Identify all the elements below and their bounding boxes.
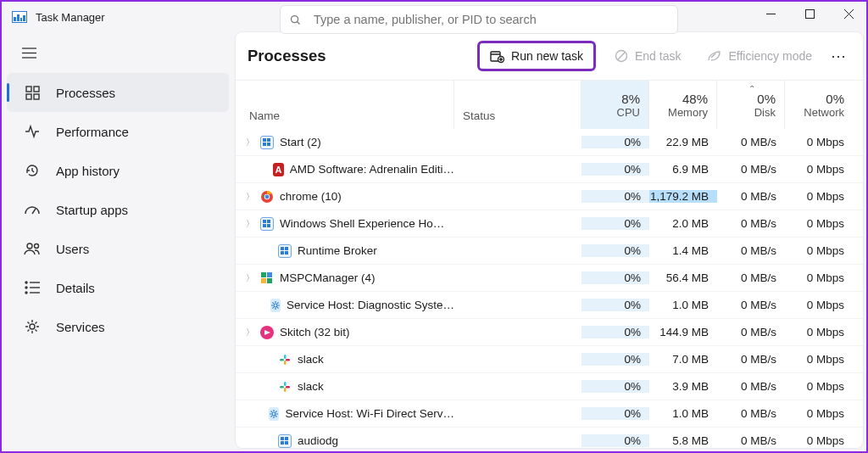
efficiency-mode-button[interactable]: Efficiency mode bbox=[696, 41, 822, 71]
run-task-icon bbox=[490, 49, 504, 64]
process-disk: 0 MB/s bbox=[717, 217, 785, 230]
maximize-button[interactable] bbox=[790, 0, 829, 27]
process-name: slack bbox=[298, 353, 324, 366]
svg-point-18 bbox=[25, 287, 27, 288]
process-row[interactable]: audiodg0%5.8 MB0 MB/s0 Mbps bbox=[236, 428, 863, 448]
sidebar-item-app-history[interactable]: App history bbox=[7, 151, 229, 190]
svg-rect-40 bbox=[267, 224, 270, 227]
svg-rect-45 bbox=[261, 272, 266, 277]
hamburger-menu-button[interactable] bbox=[12, 37, 46, 68]
svg-rect-33 bbox=[267, 143, 270, 146]
svg-line-29 bbox=[617, 53, 625, 60]
close-button[interactable] bbox=[829, 0, 868, 27]
search-input[interactable] bbox=[312, 12, 669, 27]
svg-rect-38 bbox=[267, 220, 270, 223]
svg-rect-30 bbox=[263, 138, 266, 142]
sidebar-item-label: Startup apps bbox=[56, 203, 128, 217]
page-title: Processes bbox=[248, 47, 477, 65]
process-row[interactable]: 〉Skitch (32 bit)0%144.9 MB0 MB/s0 Mbps bbox=[236, 319, 863, 346]
svg-rect-10 bbox=[34, 87, 39, 92]
process-disk: 0 MB/s bbox=[717, 271, 785, 284]
sidebar-item-performance[interactable]: Performance bbox=[7, 112, 229, 151]
svg-point-59 bbox=[272, 412, 275, 416]
sidebar-item-processes[interactable]: Processes bbox=[7, 73, 229, 112]
chevron-right-icon[interactable]: 〉 bbox=[246, 137, 254, 148]
search-box[interactable] bbox=[280, 5, 678, 34]
col-header-disk[interactable]: ⌃0%Disk bbox=[717, 81, 785, 129]
chevron-right-icon[interactable]: 〉 bbox=[246, 218, 254, 230]
leaf-icon bbox=[706, 49, 721, 63]
end-task-button[interactable]: End task bbox=[604, 41, 691, 71]
process-memory: 2.0 MB bbox=[649, 217, 717, 230]
process-disk: 0 MB/s bbox=[717, 190, 785, 203]
process-network: 0 Mbps bbox=[785, 190, 853, 203]
grid-icon bbox=[24, 86, 41, 100]
svg-rect-41 bbox=[281, 247, 284, 250]
svg-rect-57 bbox=[284, 388, 287, 392]
process-row[interactable]: Service Host: Diagnostic Syste…0%1.0 MB0… bbox=[236, 292, 863, 319]
sidebar-item-startup-apps[interactable]: Startup apps bbox=[7, 190, 229, 229]
svg-marker-50 bbox=[264, 330, 270, 335]
svg-rect-60 bbox=[281, 437, 284, 440]
process-disk: 0 MB/s bbox=[717, 136, 785, 148]
process-row[interactable]: 〉MSPCManager (4)0%56.4 MB0 MB/s0 Mbps bbox=[236, 265, 863, 292]
chevron-right-icon[interactable]: 〉 bbox=[246, 191, 254, 203]
process-row[interactable]: AAMD Software: Adrenalin Editi…0%6.9 MB0… bbox=[236, 156, 863, 183]
col-header-memory[interactable]: 48%Memory bbox=[649, 81, 717, 129]
process-disk: 0 MB/s bbox=[717, 244, 785, 257]
process-row[interactable]: Service Host: Wi-Fi Direct Serv…0%1.0 MB… bbox=[236, 400, 863, 428]
col-header-network[interactable]: 0%Network bbox=[785, 81, 853, 129]
toolbar: Processes Run new task End task Efficien… bbox=[236, 32, 863, 80]
sidebar: Processes Performance App history Startu… bbox=[2, 32, 236, 451]
process-name: chrome (10) bbox=[280, 190, 342, 203]
sidebar-item-services[interactable]: Services bbox=[7, 307, 229, 346]
chevron-right-icon[interactable]: 〉 bbox=[246, 327, 254, 338]
run-task-label: Run new task bbox=[511, 49, 583, 63]
minimize-button[interactable] bbox=[751, 0, 790, 27]
svg-rect-44 bbox=[285, 251, 288, 254]
svg-rect-63 bbox=[285, 441, 288, 445]
process-name: Service Host: Diagnostic Syste… bbox=[287, 299, 454, 311]
process-memory: 1,179.2 MB bbox=[649, 190, 717, 203]
svg-point-36 bbox=[265, 194, 270, 199]
process-network: 0 Mbps bbox=[785, 326, 853, 338]
process-row[interactable]: slack0%7.0 MB0 MB/s0 Mbps bbox=[236, 346, 863, 373]
app-icon bbox=[12, 11, 27, 23]
process-memory: 1.0 MB bbox=[649, 299, 717, 311]
svg-point-49 bbox=[274, 304, 277, 307]
process-network: 0 Mbps bbox=[785, 434, 853, 447]
process-row[interactable]: 〉Start (2)0%22.9 MB0 MB/s0 Mbps bbox=[236, 129, 863, 156]
process-row[interactable]: slack0%3.9 MB0 MB/s0 Mbps bbox=[236, 373, 863, 400]
process-disk: 0 MB/s bbox=[717, 326, 785, 338]
process-row[interactable]: Runtime Broker0%1.4 MB0 MB/s0 Mbps bbox=[236, 238, 863, 265]
svg-rect-43 bbox=[281, 251, 284, 254]
process-disk: 0 MB/s bbox=[717, 380, 785, 393]
chevron-right-icon[interactable]: 〉 bbox=[246, 272, 254, 284]
run-new-task-button[interactable]: Run new task bbox=[477, 41, 596, 71]
svg-rect-9 bbox=[26, 87, 31, 92]
process-row[interactable]: 〉chrome (10)0%1,179.2 MB0 MB/s0 Mbps bbox=[236, 183, 863, 210]
list-icon bbox=[24, 281, 41, 294]
process-row[interactable]: 〉Windows Shell Experience Ho…0%2.0 MB0 M… bbox=[236, 210, 863, 238]
sidebar-item-users[interactable]: Users bbox=[7, 229, 229, 268]
process-disk: 0 MB/s bbox=[717, 299, 785, 311]
more-options-button[interactable]: ⋯ bbox=[827, 47, 851, 65]
col-header-status[interactable]: Status bbox=[454, 81, 581, 129]
process-cpu: 0% bbox=[581, 163, 649, 176]
process-memory: 1.4 MB bbox=[649, 244, 717, 257]
process-name: slack bbox=[298, 380, 324, 393]
history-icon bbox=[24, 163, 41, 178]
process-cpu: 0% bbox=[581, 217, 649, 230]
users-icon bbox=[24, 241, 41, 256]
sidebar-item-label: Services bbox=[56, 320, 105, 334]
svg-rect-42 bbox=[285, 247, 288, 250]
efficiency-label: Efficiency mode bbox=[728, 49, 812, 63]
col-header-cpu[interactable]: 8%CPU bbox=[581, 81, 649, 129]
svg-line-1 bbox=[298, 21, 300, 24]
svg-rect-52 bbox=[280, 359, 284, 361]
sidebar-item-details[interactable]: Details bbox=[7, 268, 229, 307]
col-header-name[interactable]: Name bbox=[236, 81, 454, 129]
process-name: Start (2) bbox=[280, 136, 321, 148]
services-icon bbox=[24, 319, 41, 334]
svg-rect-12 bbox=[34, 94, 39, 99]
